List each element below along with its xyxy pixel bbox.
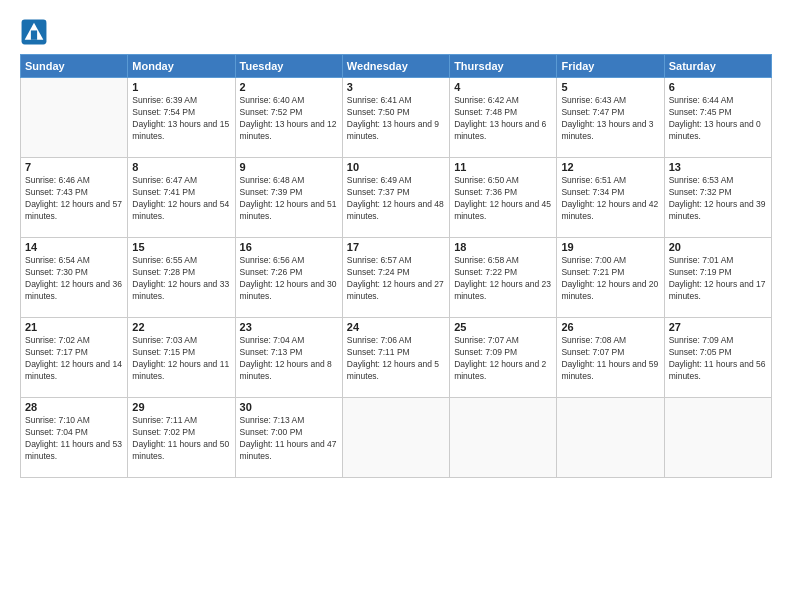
svg-rect-2 bbox=[31, 30, 37, 39]
day-info: Sunrise: 7:00 AMSunset: 7:21 PMDaylight:… bbox=[561, 255, 659, 303]
calendar-cell: 21 Sunrise: 7:02 AMSunset: 7:17 PMDaylig… bbox=[21, 318, 128, 398]
page: SundayMondayTuesdayWednesdayThursdayFrid… bbox=[0, 0, 792, 612]
day-number: 30 bbox=[240, 401, 338, 413]
day-number: 3 bbox=[347, 81, 445, 93]
calendar-cell: 27 Sunrise: 7:09 AMSunset: 7:05 PMDaylig… bbox=[664, 318, 771, 398]
calendar-cell: 24 Sunrise: 7:06 AMSunset: 7:11 PMDaylig… bbox=[342, 318, 449, 398]
calendar-cell: 25 Sunrise: 7:07 AMSunset: 7:09 PMDaylig… bbox=[450, 318, 557, 398]
calendar-cell bbox=[342, 398, 449, 478]
calendar-week-1: 1 Sunrise: 6:39 AMSunset: 7:54 PMDayligh… bbox=[21, 78, 772, 158]
day-info: Sunrise: 7:04 AMSunset: 7:13 PMDaylight:… bbox=[240, 335, 338, 383]
day-number: 19 bbox=[561, 241, 659, 253]
calendar-week-3: 14 Sunrise: 6:54 AMSunset: 7:30 PMDaylig… bbox=[21, 238, 772, 318]
day-info: Sunrise: 6:46 AMSunset: 7:43 PMDaylight:… bbox=[25, 175, 123, 223]
calendar-cell: 7 Sunrise: 6:46 AMSunset: 7:43 PMDayligh… bbox=[21, 158, 128, 238]
weekday-header-tuesday: Tuesday bbox=[235, 55, 342, 78]
header bbox=[20, 18, 772, 46]
weekday-row: SundayMondayTuesdayWednesdayThursdayFrid… bbox=[21, 55, 772, 78]
day-info: Sunrise: 7:13 AMSunset: 7:00 PMDaylight:… bbox=[240, 415, 338, 463]
day-number: 25 bbox=[454, 321, 552, 333]
calendar-cell bbox=[664, 398, 771, 478]
calendar-cell: 4 Sunrise: 6:42 AMSunset: 7:48 PMDayligh… bbox=[450, 78, 557, 158]
calendar-cell: 29 Sunrise: 7:11 AMSunset: 7:02 PMDaylig… bbox=[128, 398, 235, 478]
day-info: Sunrise: 7:02 AMSunset: 7:17 PMDaylight:… bbox=[25, 335, 123, 383]
day-number: 22 bbox=[132, 321, 230, 333]
calendar-cell: 23 Sunrise: 7:04 AMSunset: 7:13 PMDaylig… bbox=[235, 318, 342, 398]
day-number: 14 bbox=[25, 241, 123, 253]
day-info: Sunrise: 6:56 AMSunset: 7:26 PMDaylight:… bbox=[240, 255, 338, 303]
weekday-header-thursday: Thursday bbox=[450, 55, 557, 78]
calendar-cell bbox=[450, 398, 557, 478]
calendar-cell: 13 Sunrise: 6:53 AMSunset: 7:32 PMDaylig… bbox=[664, 158, 771, 238]
day-number: 6 bbox=[669, 81, 767, 93]
calendar-cell: 5 Sunrise: 6:43 AMSunset: 7:47 PMDayligh… bbox=[557, 78, 664, 158]
day-number: 13 bbox=[669, 161, 767, 173]
calendar-table: SundayMondayTuesdayWednesdayThursdayFrid… bbox=[20, 54, 772, 478]
calendar-cell: 1 Sunrise: 6:39 AMSunset: 7:54 PMDayligh… bbox=[128, 78, 235, 158]
day-number: 15 bbox=[132, 241, 230, 253]
day-info: Sunrise: 7:08 AMSunset: 7:07 PMDaylight:… bbox=[561, 335, 659, 383]
day-info: Sunrise: 6:51 AMSunset: 7:34 PMDaylight:… bbox=[561, 175, 659, 223]
day-number: 28 bbox=[25, 401, 123, 413]
weekday-header-saturday: Saturday bbox=[664, 55, 771, 78]
calendar-cell: 30 Sunrise: 7:13 AMSunset: 7:00 PMDaylig… bbox=[235, 398, 342, 478]
calendar-cell: 6 Sunrise: 6:44 AMSunset: 7:45 PMDayligh… bbox=[664, 78, 771, 158]
day-number: 18 bbox=[454, 241, 552, 253]
day-info: Sunrise: 7:09 AMSunset: 7:05 PMDaylight:… bbox=[669, 335, 767, 383]
calendar-cell bbox=[21, 78, 128, 158]
day-info: Sunrise: 6:47 AMSunset: 7:41 PMDaylight:… bbox=[132, 175, 230, 223]
day-info: Sunrise: 6:40 AMSunset: 7:52 PMDaylight:… bbox=[240, 95, 338, 143]
day-number: 27 bbox=[669, 321, 767, 333]
calendar-cell: 2 Sunrise: 6:40 AMSunset: 7:52 PMDayligh… bbox=[235, 78, 342, 158]
day-info: Sunrise: 6:43 AMSunset: 7:47 PMDaylight:… bbox=[561, 95, 659, 143]
day-number: 2 bbox=[240, 81, 338, 93]
calendar-cell: 19 Sunrise: 7:00 AMSunset: 7:21 PMDaylig… bbox=[557, 238, 664, 318]
calendar-cell: 3 Sunrise: 6:41 AMSunset: 7:50 PMDayligh… bbox=[342, 78, 449, 158]
calendar-cell: 8 Sunrise: 6:47 AMSunset: 7:41 PMDayligh… bbox=[128, 158, 235, 238]
logo-icon bbox=[20, 18, 48, 46]
calendar-cell: 15 Sunrise: 6:55 AMSunset: 7:28 PMDaylig… bbox=[128, 238, 235, 318]
day-number: 21 bbox=[25, 321, 123, 333]
day-info: Sunrise: 7:11 AMSunset: 7:02 PMDaylight:… bbox=[132, 415, 230, 463]
calendar-cell: 9 Sunrise: 6:48 AMSunset: 7:39 PMDayligh… bbox=[235, 158, 342, 238]
day-number: 9 bbox=[240, 161, 338, 173]
calendar-header: SundayMondayTuesdayWednesdayThursdayFrid… bbox=[21, 55, 772, 78]
day-info: Sunrise: 7:01 AMSunset: 7:19 PMDaylight:… bbox=[669, 255, 767, 303]
calendar-cell: 28 Sunrise: 7:10 AMSunset: 7:04 PMDaylig… bbox=[21, 398, 128, 478]
calendar-cell: 22 Sunrise: 7:03 AMSunset: 7:15 PMDaylig… bbox=[128, 318, 235, 398]
day-number: 10 bbox=[347, 161, 445, 173]
day-number: 16 bbox=[240, 241, 338, 253]
calendar-cell: 26 Sunrise: 7:08 AMSunset: 7:07 PMDaylig… bbox=[557, 318, 664, 398]
weekday-header-wednesday: Wednesday bbox=[342, 55, 449, 78]
calendar-week-4: 21 Sunrise: 7:02 AMSunset: 7:17 PMDaylig… bbox=[21, 318, 772, 398]
day-info: Sunrise: 6:49 AMSunset: 7:37 PMDaylight:… bbox=[347, 175, 445, 223]
day-number: 1 bbox=[132, 81, 230, 93]
day-number: 24 bbox=[347, 321, 445, 333]
weekday-header-sunday: Sunday bbox=[21, 55, 128, 78]
calendar-cell: 12 Sunrise: 6:51 AMSunset: 7:34 PMDaylig… bbox=[557, 158, 664, 238]
day-info: Sunrise: 6:39 AMSunset: 7:54 PMDaylight:… bbox=[132, 95, 230, 143]
calendar-cell: 20 Sunrise: 7:01 AMSunset: 7:19 PMDaylig… bbox=[664, 238, 771, 318]
day-number: 20 bbox=[669, 241, 767, 253]
day-number: 17 bbox=[347, 241, 445, 253]
weekday-header-monday: Monday bbox=[128, 55, 235, 78]
day-number: 5 bbox=[561, 81, 659, 93]
day-info: Sunrise: 6:44 AMSunset: 7:45 PMDaylight:… bbox=[669, 95, 767, 143]
day-info: Sunrise: 6:48 AMSunset: 7:39 PMDaylight:… bbox=[240, 175, 338, 223]
calendar-cell: 18 Sunrise: 6:58 AMSunset: 7:22 PMDaylig… bbox=[450, 238, 557, 318]
calendar-cell: 17 Sunrise: 6:57 AMSunset: 7:24 PMDaylig… bbox=[342, 238, 449, 318]
day-info: Sunrise: 6:54 AMSunset: 7:30 PMDaylight:… bbox=[25, 255, 123, 303]
day-info: Sunrise: 7:07 AMSunset: 7:09 PMDaylight:… bbox=[454, 335, 552, 383]
calendar-week-2: 7 Sunrise: 6:46 AMSunset: 7:43 PMDayligh… bbox=[21, 158, 772, 238]
day-info: Sunrise: 6:42 AMSunset: 7:48 PMDaylight:… bbox=[454, 95, 552, 143]
day-info: Sunrise: 7:03 AMSunset: 7:15 PMDaylight:… bbox=[132, 335, 230, 383]
calendar-cell: 14 Sunrise: 6:54 AMSunset: 7:30 PMDaylig… bbox=[21, 238, 128, 318]
day-info: Sunrise: 6:41 AMSunset: 7:50 PMDaylight:… bbox=[347, 95, 445, 143]
day-number: 11 bbox=[454, 161, 552, 173]
calendar-cell: 10 Sunrise: 6:49 AMSunset: 7:37 PMDaylig… bbox=[342, 158, 449, 238]
day-info: Sunrise: 6:55 AMSunset: 7:28 PMDaylight:… bbox=[132, 255, 230, 303]
day-number: 23 bbox=[240, 321, 338, 333]
day-info: Sunrise: 7:06 AMSunset: 7:11 PMDaylight:… bbox=[347, 335, 445, 383]
weekday-header-friday: Friday bbox=[557, 55, 664, 78]
day-info: Sunrise: 6:50 AMSunset: 7:36 PMDaylight:… bbox=[454, 175, 552, 223]
